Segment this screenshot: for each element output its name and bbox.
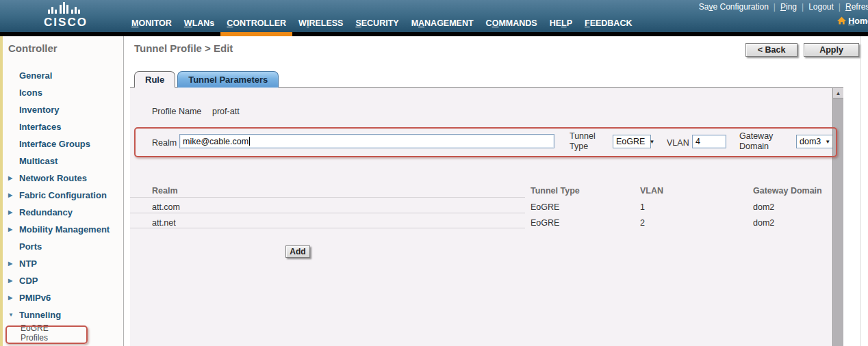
menu-commands[interactable]: COMMANDS: [480, 14, 544, 32]
table-cell-gateway-domain: dom2: [753, 202, 774, 212]
ping-link[interactable]: Ping: [780, 2, 797, 12]
table-cell-tunnel-type: EoGRE: [531, 202, 559, 212]
expand-right-icon: ▶: [8, 221, 12, 238]
home-icon: [837, 16, 846, 25]
window-scrollbar-edge: [860, 36, 861, 346]
table-cell-tunnel-type: EoGRE: [531, 218, 559, 228]
sidebar-item-interfaces[interactable]: Interfaces: [0, 118, 123, 135]
vlan-input[interactable]: 4: [692, 135, 726, 148]
refresh-link[interactable]: Refresh: [845, 2, 868, 12]
controller-sidebar: Controller General Icons Inventory Inter…: [0, 36, 124, 346]
table-divider: [130, 213, 525, 213]
expand-right-icon: ▶: [8, 204, 12, 221]
sidebar-item-eogre[interactable]: EoGRE: [0, 323, 123, 333]
sidebar-item-cdp[interactable]: ▶CDP: [0, 272, 123, 289]
rule-tab-panel: Profile Name prof-att Realm mike@cable.c…: [130, 87, 843, 346]
table-cell-realm: att.net: [152, 218, 176, 228]
table-header-vlan: VLAN: [640, 186, 663, 196]
cisco-wordmark: CISCO: [38, 16, 93, 29]
table-cell-gateway-domain: dom2: [753, 218, 774, 228]
realm-label: Realm: [152, 138, 177, 148]
logout-link[interactable]: Logout: [808, 2, 834, 12]
tab-rule[interactable]: Rule: [134, 71, 175, 88]
back-button[interactable]: < Back: [745, 43, 797, 57]
profile-name-value: prof-att: [212, 107, 240, 116]
sidebar-item-pmipv6[interactable]: ▶PMIPv6: [0, 289, 123, 306]
menu-management[interactable]: MANAGEMENT: [405, 14, 480, 32]
apply-button[interactable]: Apply: [804, 43, 859, 57]
tunnel-type-select[interactable]: EoGRE▼: [613, 135, 651, 148]
table-header-tunnel-type: Tunnel Type: [531, 186, 580, 196]
vlan-label: VLAN: [667, 138, 689, 148]
sidebar-item-profiles[interactable]: Profiles: [0, 333, 123, 343]
sidebar-item-tunneling[interactable]: ▼Tunneling: [0, 306, 123, 323]
sidebar-item-multicast[interactable]: Multicast: [0, 152, 123, 170]
main-menu: MONITOR WLANs CONTROLLER WIRELESS SECURI…: [125, 14, 638, 32]
table-cell-vlan: 1: [640, 202, 645, 212]
link-separator: |: [802, 2, 804, 12]
sidebar-item-fabric-configuration[interactable]: ▶Fabric Configuration: [0, 187, 123, 204]
expand-right-icon: ▶: [8, 255, 12, 272]
expand-right-icon: ▶: [8, 170, 12, 187]
realm-input[interactable]: mike@cable.com: [179, 134, 554, 148]
page-title: Tunnel Profile > Edit: [134, 42, 233, 54]
table-cell-vlan: 2: [640, 218, 645, 228]
table-divider: [130, 197, 525, 198]
menu-help[interactable]: HELP: [544, 14, 578, 32]
cisco-logo-icon: [45, 2, 86, 14]
expand-right-icon: ▶: [8, 272, 12, 289]
tunnel-type-label: Tunnel Type: [570, 131, 602, 152]
expand-right-icon: ▶: [8, 187, 12, 204]
sidebar-title: Controller: [8, 42, 58, 54]
link-separator: |: [774, 2, 776, 12]
gateway-domain-select[interactable]: dom3▼: [796, 135, 833, 148]
cisco-logo: CISCO: [38, 2, 93, 29]
add-button[interactable]: Add: [285, 245, 310, 258]
menu-security[interactable]: SECURITY: [349, 14, 405, 32]
save-configuration-link[interactable]: Save Configuration: [699, 2, 769, 12]
expand-right-icon: ▶: [8, 289, 12, 306]
sidebar-nav: General Icons Inventory Interfaces Inter…: [0, 67, 123, 343]
dropdown-arrow-icon: ▼: [649, 139, 654, 145]
sidebar-item-ntp[interactable]: ▶NTP: [0, 255, 123, 272]
wlc-app-window: CISCO Save Configuration|Ping|Logout|Ref…: [0, 0, 868, 346]
menu-wlans[interactable]: WLANs: [178, 14, 220, 32]
expand-down-icon: ▼: [8, 306, 14, 323]
sidebar-item-ports[interactable]: Ports: [0, 238, 123, 255]
home-link[interactable]: Home: [837, 16, 868, 30]
sidebar-item-redundancy[interactable]: ▶Redundancy: [0, 204, 123, 221]
gateway-domain-label: Gateway Domain: [739, 131, 780, 152]
sidebar-item-icons[interactable]: Icons: [0, 84, 123, 101]
sidebar-item-inventory[interactable]: Inventory: [0, 101, 123, 118]
menu-controller[interactable]: CONTROLLER: [220, 14, 292, 32]
menu-wireless[interactable]: WIRELESS: [292, 14, 349, 32]
table-header-realm: Realm: [152, 186, 178, 196]
utility-links: Save Configuration|Ping|Logout|Refresh: [699, 2, 868, 12]
menu-underline-bar: [0, 32, 868, 36]
menu-feedback[interactable]: FEEDBACK: [578, 14, 638, 32]
sidebar-item-mobility-management[interactable]: ▶Mobility Management: [0, 221, 123, 238]
text-caret: [249, 137, 250, 146]
panel-scrollbar[interactable]: ▲: [832, 88, 843, 346]
table-divider: [130, 228, 525, 228]
top-banner: CISCO Save Configuration|Ping|Logout|Ref…: [0, 0, 868, 32]
dropdown-arrow-icon: ▼: [825, 139, 830, 145]
sidebar-item-general[interactable]: General: [0, 67, 123, 84]
table-header-gateway-domain: Gateway Domain: [753, 186, 822, 196]
link-separator: |: [839, 2, 841, 12]
tab-tunnel-parameters[interactable]: Tunnel Parameters: [177, 71, 279, 88]
scrollbar-up-icon[interactable]: ▲: [833, 88, 843, 98]
profile-name-label: Profile Name: [152, 107, 201, 116]
tab-bar: Rule Tunnel Parameters: [134, 71, 281, 88]
menu-monitor[interactable]: MONITOR: [125, 14, 178, 32]
sidebar-item-interface-groups[interactable]: Interface Groups: [0, 135, 123, 152]
table-cell-realm: att.com: [152, 202, 180, 212]
sidebar-item-network-routes[interactable]: ▶Network Routes: [0, 170, 123, 187]
